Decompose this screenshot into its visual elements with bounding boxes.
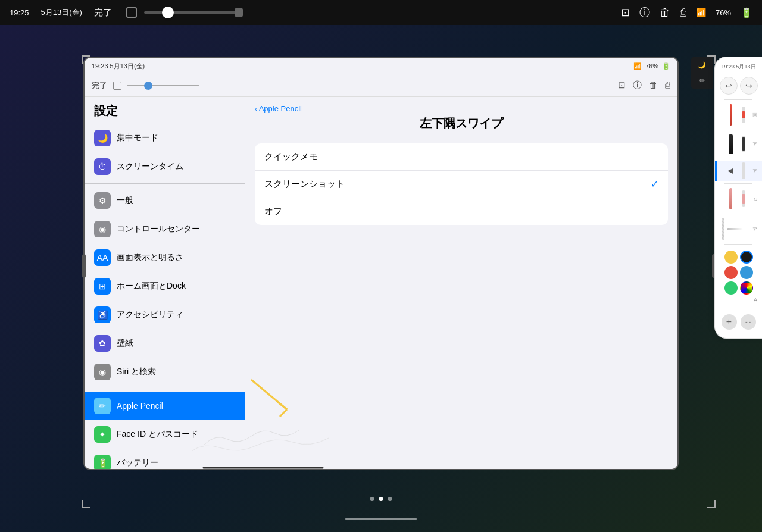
color-swatch-yellow[interactable]: [724, 251, 738, 264]
sidebar-label-9: Apple Pencil: [117, 401, 163, 411]
option-item-0[interactable]: クイックメモ: [255, 143, 668, 171]
sidebar-item-バッテリー[interactable]: 🔋バッテリー: [85, 449, 245, 469]
inner-info-icon[interactable]: ⓘ: [633, 80, 642, 91]
sidebar-item-集中モード[interactable]: 🌙集中モード: [85, 124, 245, 152]
inner-toolbar: 完了 ⊡ ⓘ 🗑 ⎙: [85, 74, 677, 97]
color-swatch-black[interactable]: [740, 251, 753, 264]
tool-size-label-2: ア: [748, 141, 757, 148]
color-swatch-spectrum[interactable]: [740, 281, 753, 295]
sidebar-item-Siri-と検索[interactable]: ◉Siri と検索: [85, 358, 245, 386]
sidebar-item-画面表示と明るさ[interactable]: AA画面表示と明るさ: [85, 243, 245, 272]
option-item-2[interactable]: オフ: [255, 198, 668, 225]
sidebar-item-壁紙[interactable]: ✿壁紙: [85, 329, 245, 358]
page-dot-3[interactable]: [388, 497, 392, 501]
color-swatch-red[interactable]: [724, 266, 738, 279]
add-tool-button[interactable]: +: [722, 314, 737, 330]
color-row-3: [720, 281, 757, 295]
right-mini-panel: 🌙 ✏: [691, 57, 713, 89]
tool-size-label-1: 画: [748, 112, 757, 118]
sidebar-label-5: ホーム画面とDock: [117, 281, 186, 292]
bottom-action-row: + ···: [722, 312, 756, 332]
thin-pencil-icon: [730, 104, 732, 126]
sidebar-label-7: 壁紙: [117, 338, 133, 349]
sidebar-label-3: コントロールセンター: [117, 224, 200, 234]
brightness-slider[interactable]: [144, 11, 239, 14]
separator-5: [724, 214, 752, 214]
panel-date: 19:23 5月13日: [721, 63, 755, 71]
tool-texture-pencil[interactable]: ア: [715, 217, 762, 242]
settings-sidebar: 設定 🌙集中モード⏱スクリーンタイム⚙一般◉コントロールセンターAA画面表示と明…: [85, 97, 245, 469]
inner-share-icon[interactable]: ⎙: [665, 80, 670, 91]
mini-pencil-icon: ✏: [699, 77, 705, 85]
share-icon[interactable]: ⎙: [680, 7, 686, 19]
more-options-button[interactable]: ···: [741, 314, 756, 330]
sidebar-item-コントロールセンター[interactable]: ◉コントロールセンター: [85, 215, 245, 243]
drawing-toolbar-panel: 19:23 5月13日 ↩ ↪ 画 ア ◄ ア: [714, 57, 762, 339]
sidebar-item-スクリーンタイム[interactable]: ⏱スクリーンタイム: [85, 152, 245, 181]
color-swatch-green[interactable]: [724, 281, 738, 295]
sidebar-label-0: 集中モード: [117, 133, 158, 143]
top-time: 19:25: [10, 8, 29, 17]
mini-separator: [696, 73, 708, 73]
inner-checkbox[interactable]: [113, 82, 121, 90]
sidebar-icon-1: ⏱: [94, 158, 111, 175]
option-item-1[interactable]: スクリーンショット✓: [255, 171, 668, 198]
inner-wifi-icon: 📶: [633, 62, 642, 70]
separator-4: [724, 183, 752, 184]
sidebar-items-list: 🌙集中モード⏱スクリーンタイム⚙一般◉コントロールセンターAA画面表示と明るさ⊞…: [85, 124, 245, 469]
sidebar-icon-9: ✏: [94, 398, 111, 414]
brush-icon: [729, 188, 732, 209]
tool-size-label-5: ア: [748, 226, 757, 233]
color-row-1: [720, 251, 757, 264]
inner-scan-icon[interactable]: ⊡: [618, 80, 626, 91]
tool-marker[interactable]: ア: [715, 133, 762, 155]
redo-button[interactable]: ↪: [740, 77, 758, 95]
inner-done-label[interactable]: 完了: [92, 80, 107, 91]
arrow-tool-icon: ◄: [726, 165, 735, 176]
sidebar-icon-0: 🌙: [94, 130, 111, 146]
inner-brightness-slider[interactable]: [127, 85, 199, 86]
sidebar-label-2: 一般: [117, 195, 133, 206]
tool-brush[interactable]: S: [715, 186, 762, 211]
color-swatch-blue[interactable]: [740, 266, 753, 279]
tool-size-label-3: ア: [748, 168, 757, 174]
home-indicator: [345, 518, 417, 520]
tool-arrow[interactable]: ◄ ア: [715, 161, 762, 181]
sidebar-icon-8: ◉: [94, 364, 111, 380]
checkbox-button[interactable]: [126, 7, 137, 18]
sidebar-icon-3: ◉: [94, 221, 111, 237]
sidebar-item-ホーム画面とDock[interactable]: ⊞ホーム画面とDock: [85, 272, 245, 301]
sidebar-icon-4: AA: [94, 249, 111, 266]
slider-thumb: [162, 7, 174, 18]
sidebar-icon-6: ♿: [94, 306, 111, 323]
page-dots: [370, 497, 392, 501]
sidebar-icon-11: 🔋: [94, 455, 111, 469]
inner-slider-thumb: [144, 82, 152, 90]
left-edge-handle[interactable]: [82, 254, 86, 278]
sidebar-item-アクセシビリティ[interactable]: ♿アクセシビリティ: [85, 301, 245, 329]
inner-trash-icon[interactable]: 🗑: [649, 80, 658, 91]
page-dot-2[interactable]: [379, 497, 383, 501]
sidebar-label-1: スクリーンタイム: [117, 161, 183, 172]
page-dot-1[interactable]: [370, 497, 374, 501]
options-group: クイックメモスクリーンショット✓オフ: [255, 143, 668, 225]
corner-bracket-bl: [82, 500, 90, 508]
tool-thin-pencil[interactable]: 画: [715, 102, 762, 127]
sidebar-item-Apple-Pencil[interactable]: ✏Apple Pencil: [85, 392, 245, 420]
separator-2: [724, 130, 752, 130]
inner-battery-icon: 🔋: [662, 62, 670, 70]
tool-size-bar-3: [742, 162, 745, 179]
inner-date: 5月13日(金): [110, 62, 145, 71]
battery-indicator: 76%: [716, 8, 731, 17]
option-label-2: オフ: [264, 206, 658, 217]
undo-button[interactable]: ↩: [720, 77, 738, 95]
trash-icon[interactable]: 🗑: [660, 7, 670, 19]
sidebar-item-Face-ID-とパスコード[interactable]: ✦Face ID とパスコード: [85, 420, 245, 449]
back-label: Apple Pencil: [259, 104, 302, 113]
scan-icon[interactable]: ⊡: [621, 6, 630, 19]
back-button[interactable]: ‹ Apple Pencil: [255, 104, 302, 113]
done-button[interactable]: 完了: [94, 7, 112, 18]
inner-toolbar-icons: ⊡ ⓘ 🗑 ⎙: [618, 80, 670, 91]
sidebar-item-一般[interactable]: ⚙一般: [85, 186, 245, 215]
info-icon[interactable]: ⓘ: [639, 5, 650, 20]
